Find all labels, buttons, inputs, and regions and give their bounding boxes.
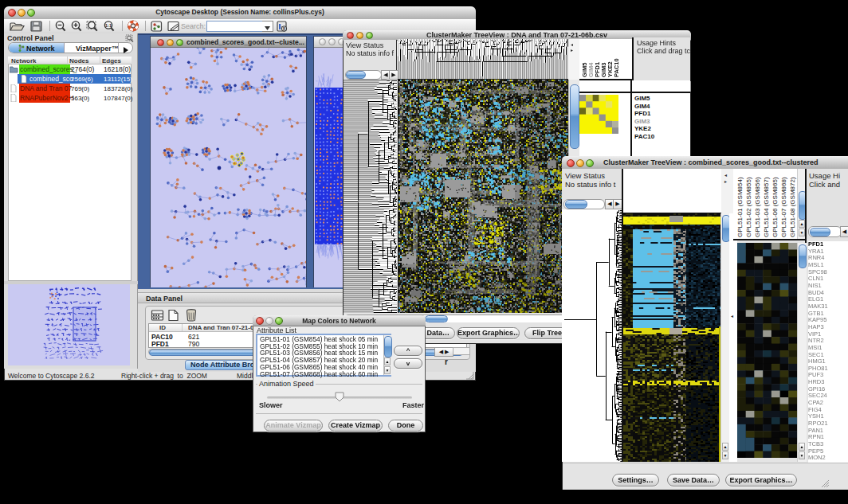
svg-text:1:1: 1:1 <box>105 23 112 28</box>
svg-text:B: B <box>283 27 285 31</box>
